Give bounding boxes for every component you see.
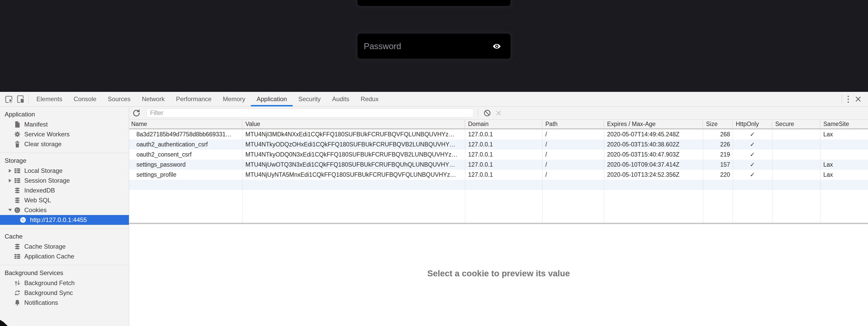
tab-network[interactable]: Network <box>136 92 170 106</box>
column-header-httponly[interactable]: HttpOnly <box>733 119 772 128</box>
sidebar-item-label: Web SQL <box>24 197 51 204</box>
tab-elements[interactable]: Elements <box>31 92 68 106</box>
delete-selected-icon[interactable] <box>493 110 504 116</box>
close-icon[interactable] <box>852 93 864 105</box>
sidebar-item-clear-storage[interactable]: Clear storage <box>0 139 129 149</box>
table-row[interactable]: oauth2_consent_csrf MTU4NTkyODQ0N3xEdi1C… <box>129 150 868 160</box>
tab-redux[interactable]: Redux <box>355 92 384 106</box>
cell-size: 219 <box>703 150 733 160</box>
cell-size: 220 <box>703 170 733 180</box>
cell-secure <box>772 129 820 139</box>
refresh-icon[interactable] <box>131 109 142 117</box>
cookie-icon <box>13 207 21 213</box>
sidebar-item-label: Background Fetch <box>24 279 75 287</box>
sidebar-item-label: Background Sync <box>24 289 73 297</box>
sidebar-item-cache-storage[interactable]: Cache Storage <box>0 242 129 251</box>
table-row[interactable]: settings_profile MTU4NjUyNTA5MnxEdi1CQkF… <box>129 170 868 180</box>
chevron-down-icon[interactable] <box>8 209 12 211</box>
cell-size: 157 <box>703 160 733 170</box>
column-header-samesite[interactable]: SameSite <box>820 119 868 128</box>
table-row[interactable]: settings_password MTU4NjUwOTQ3N3xEdi1CQk… <box>129 160 868 170</box>
cell-value: MTU4NTkyODQzOHxEdi1CQkFFQ180SUFBUkFCRUFB… <box>242 139 465 150</box>
more-options-icon[interactable] <box>844 94 852 105</box>
sidebar-item-label: IndexedDB <box>24 187 55 194</box>
database-icon <box>13 197 21 203</box>
sidebar-item-local-storage[interactable]: Local Storage <box>0 166 129 176</box>
sidebar-item-service-workers[interactable]: Service Workers <box>0 129 129 139</box>
sidebar-item-label: Clear storage <box>24 140 61 148</box>
column-header-domain[interactable]: Domain <box>465 119 542 128</box>
password-field[interactable] <box>358 34 510 59</box>
sidebar-item-indexeddb[interactable]: IndexedDB <box>0 186 129 195</box>
tab-console[interactable]: Console <box>68 92 102 106</box>
sidebar-item-label: Service Workers <box>24 131 70 138</box>
sidebar-item-cookie-origin[interactable]: http://127.0.0.1:4455 <box>0 215 129 225</box>
column-header-value[interactable]: Value <box>242 119 465 128</box>
cell-secure <box>772 160 820 170</box>
cell-path: / <box>542 150 604 160</box>
cell-name: oauth2_consent_csrf <box>129 150 242 160</box>
tab-security[interactable]: Security <box>293 92 327 106</box>
column-header-path[interactable]: Path <box>542 119 604 128</box>
tab-application[interactable]: Application <box>251 92 292 106</box>
section-title-storage: Storage <box>0 156 129 166</box>
cell-value: MTU4NjI3MDk4NXxEdi1CQkFFQ180SUFBUkFCRUFB… <box>242 129 465 139</box>
tab-audits[interactable]: Audits <box>326 92 355 106</box>
tabbar-divider <box>28 94 29 104</box>
chevron-right-icon[interactable] <box>9 169 11 172</box>
filter-input[interactable] <box>147 109 473 117</box>
device-toolbar-icon[interactable] <box>15 93 26 105</box>
sidebar-item-label: http://127.0.0.1:4455 <box>30 216 87 223</box>
email-field-cropped[interactable] <box>358 0 510 6</box>
clear-all-cookies-icon[interactable] <box>482 109 493 117</box>
cookies-toolbar <box>129 107 868 119</box>
table-row[interactable]: 8a3d27185b49d7758d8bb669331… MTU4NjI3MDk… <box>129 129 868 139</box>
section-divider <box>0 153 129 153</box>
tab-sources[interactable]: Sources <box>102 92 136 106</box>
sidebar-item-label: Local Storage <box>24 167 63 174</box>
cell-value: MTU4NjUyNTA5MnxEdi1CQkFFQ180SUFBUkFCRUFB… <box>242 170 465 180</box>
cell-secure <box>772 150 820 160</box>
cell-expires: 2020-05-03T15:40:47.903Z <box>604 150 703 160</box>
cell-name: settings_profile <box>129 170 242 180</box>
cell-httponly: ✓ <box>733 139 772 150</box>
cell-name: 8a3d27185b49d7758d8bb669331… <box>129 129 242 139</box>
sidebar-item-session-storage[interactable]: Session Storage <box>0 176 129 186</box>
database-icon <box>13 243 21 250</box>
cell-path: / <box>542 129 604 139</box>
table-row-empty[interactable] <box>129 180 868 190</box>
sidebar-item-cookies[interactable]: Cookies <box>0 205 129 215</box>
sidebar-item-web-sql[interactable]: Web SQL <box>0 195 129 205</box>
cookies-panel: Name Value Domain Path Expires / Max-Age… <box>129 107 868 326</box>
table-row[interactable]: oauth2_authentication_csrf MTU4NTkyODQzO… <box>129 139 868 150</box>
eye-icon[interactable] <box>492 42 501 51</box>
application-sidebar: Application Manifest <box>0 107 129 326</box>
cell-expires: 2020-05-10T13:24:52.356Z <box>604 170 703 180</box>
webpage-background <box>0 0 868 92</box>
cell-size: 226 <box>703 139 733 150</box>
cell-httponly: ✓ <box>733 170 772 180</box>
cookie-table-header: Name Value Domain Path Expires / Max-Age… <box>129 119 868 129</box>
inspect-element-icon[interactable] <box>4 93 15 105</box>
column-header-secure[interactable]: Secure <box>772 119 820 128</box>
tab-performance[interactable]: Performance <box>170 92 217 106</box>
cell-domain: 127.0.0.1 <box>465 160 542 170</box>
sidebar-item-background-sync[interactable]: Background Sync <box>0 288 129 298</box>
trash-icon <box>13 141 21 148</box>
sidebar-item-label: Notifications <box>24 299 58 306</box>
sidebar-item-manifest[interactable]: Manifest <box>0 119 129 129</box>
cell-domain: 127.0.0.1 <box>465 150 542 160</box>
sidebar-item-application-cache[interactable]: Application Cache <box>0 251 129 261</box>
column-header-size[interactable]: Size <box>703 119 733 128</box>
tab-memory[interactable]: Memory <box>217 92 251 106</box>
sidebar-item-label: Cookies <box>24 207 47 214</box>
column-header-expires[interactable]: Expires / Max-Age <box>604 119 703 128</box>
cell-httponly: ✓ <box>733 150 772 160</box>
cell-samesite: Lax <box>820 170 868 180</box>
chevron-right-icon[interactable] <box>9 179 11 182</box>
cell-samesite <box>820 139 868 150</box>
up-down-arrows-icon <box>13 280 21 287</box>
sidebar-item-notifications[interactable]: Notifications <box>0 298 129 308</box>
column-header-name[interactable]: Name <box>129 119 242 128</box>
sidebar-item-background-fetch[interactable]: Background Fetch <box>0 278 129 288</box>
